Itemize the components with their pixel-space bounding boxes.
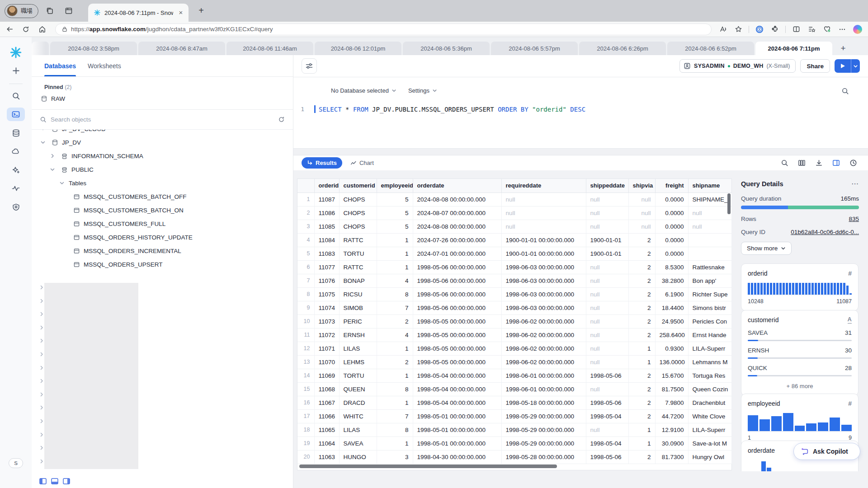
ask-copilot-button[interactable]: Ask Copilot: [793, 443, 860, 460]
new-worksheet-icon[interactable]: [7, 64, 25, 77]
tree-item-jp_dv[interactable]: JP_DV: [32, 136, 293, 149]
query-id-link[interactable]: 01b62a84-0c06-dd6c-0...: [791, 229, 859, 235]
column-stats-card-employeeid[interactable]: employeeid # 1 9: [741, 394, 859, 447]
query-duration-bar[interactable]: [741, 206, 859, 209]
query-details-menu-icon[interactable]: ⋯: [851, 179, 859, 188]
sql-editor[interactable]: No Database selected Settings 1: [293, 77, 868, 148]
layout-bottom-panel-icon[interactable]: [51, 477, 59, 485]
editor-search-icon[interactable]: [841, 87, 849, 95]
worksheet-tab-clipped[interactable]: [32, 42, 49, 55]
browser-profile-button[interactable]: 職場: [5, 4, 38, 18]
row-number-header[interactable]: [297, 179, 314, 192]
chevron-right-icon[interactable]: [39, 311, 45, 318]
chevron-down-icon[interactable]: [49, 167, 56, 172]
workspaces-icon[interactable]: [42, 3, 57, 19]
column-header-shippeddate[interactable]: shippeddate: [586, 179, 628, 192]
column-header-shipvia[interactable]: shipvia: [628, 179, 655, 192]
side-panel-toggle-icon[interactable]: [832, 159, 840, 167]
chevron-right-icon[interactable]: [39, 418, 45, 425]
column-header-requireddate[interactable]: requireddate: [501, 179, 586, 192]
chevron-right-icon[interactable]: [49, 153, 56, 159]
refresh-icon[interactable]: [19, 23, 33, 35]
tree-item-information_schema[interactable]: INFORMATION_SCHEMA: [32, 149, 293, 163]
password-manager-icon[interactable]: [753, 23, 766, 35]
tree-item-mssql_orders_history_update[interactable]: MSSQL_ORDERS_HISTORY_UPDATE: [32, 230, 293, 244]
layout-left-panel-icon[interactable]: [39, 477, 47, 485]
vertical-scrollbar[interactable]: [727, 193, 731, 214]
tree-item-mssql_customers_batch_off[interactable]: MSSQL_CUSTOMERS_BATCH_OFF: [32, 190, 293, 203]
chart-tab[interactable]: Chart: [350, 160, 374, 166]
favorite-star-icon[interactable]: [731, 23, 745, 35]
chevron-right-icon[interactable]: [39, 392, 45, 398]
table-row[interactable]: 111087CHOPS52024-08-08 00:00:00.000nulln…: [297, 192, 731, 206]
sidebar-tab-worksheets[interactable]: Worksheets: [88, 55, 121, 76]
table-row[interactable]: 2011063HUNGO31998-04-30 00:00:00.0001998…: [297, 450, 731, 464]
column-header-freight[interactable]: freight: [655, 179, 688, 192]
tree-item-mssql_orders_incremental[interactable]: MSSQL_ORDERS_INCREMENTAL: [32, 244, 293, 258]
show-more-button[interactable]: Show more: [741, 242, 792, 255]
table-row[interactable]: 1011073PERIC21998-05-05 00:00:00.0001998…: [297, 314, 731, 328]
read-aloud-icon[interactable]: [716, 23, 730, 35]
tree-item-public[interactable]: PUBLIC: [32, 163, 293, 176]
extensions-icon[interactable]: [768, 23, 782, 35]
table-row[interactable]: 1311070LEHMS21998-05-05 00:00:00.0001998…: [297, 355, 731, 369]
column-header-orderdate[interactable]: orderdate: [413, 179, 501, 192]
tab-actions-icon[interactable]: [61, 3, 76, 19]
chevron-down-icon[interactable]: [40, 130, 46, 131]
ai-ml-nav-icon[interactable]: [7, 163, 25, 177]
back-icon[interactable]: [3, 23, 16, 35]
column-header-orderid[interactable]: orderid: [314, 179, 339, 192]
results-tab[interactable]: Results: [302, 157, 342, 169]
favorites-bar-icon[interactable]: [805, 23, 818, 35]
table-row[interactable]: 211086CHOPS52024-08-07 00:00:00.000nulln…: [297, 206, 731, 220]
pane-resize-handle[interactable]: [293, 148, 868, 155]
tree-item-mssql_customers_full[interactable]: MSSQL_CUSTOMERS_FULL: [32, 217, 293, 230]
tree-item-tables[interactable]: Tables: [32, 176, 293, 190]
chevron-right-icon[interactable]: [39, 285, 45, 291]
table-row[interactable]: 411084RATTC12024-07-26 00:00:00.0001900-…: [297, 233, 731, 247]
refresh-objects-icon[interactable]: [278, 116, 285, 123]
query-history-icon[interactable]: [849, 159, 857, 167]
table-row[interactable]: 1811065LILAS81998-05-01 00:00:00.0001998…: [297, 423, 731, 436]
new-worksheet-tab-button[interactable]: +: [836, 42, 850, 55]
worksheet-tab[interactable]: 2024-08-06 11:46am: [226, 42, 313, 55]
table-row[interactable]: 611077RATTC11998-05-06 00:00:00.0001998-…: [297, 260, 731, 274]
database-selector[interactable]: No Database selected: [331, 87, 396, 94]
column-header-customerid[interactable]: customerid: [339, 179, 377, 192]
worksheet-tab[interactable]: 2024-08-06 6:52pm: [667, 42, 754, 55]
table-row[interactable]: 1211071LILAS11998-05-05 00:00:00.0001998…: [297, 342, 731, 355]
table-row[interactable]: 911074SIMOB71998-05-06 00:00:00.0001998-…: [297, 301, 731, 314]
copilot-icon[interactable]: [851, 23, 864, 35]
chevron-right-icon[interactable]: [39, 432, 45, 438]
table-row[interactable]: 1911064SAVEA11998-05-01 00:00:00.0001998…: [297, 436, 731, 450]
table-row[interactable]: 1611067DRACD11998-05-04 00:00:00.0001998…: [297, 396, 731, 409]
chevron-right-icon[interactable]: [39, 338, 45, 344]
chevron-right-icon[interactable]: [39, 325, 45, 331]
search-nav-icon[interactable]: [7, 89, 25, 103]
chevron-down-icon[interactable]: [40, 140, 46, 145]
run-options-caret[interactable]: [851, 59, 860, 73]
tree-item-mssql_orders_upsert[interactable]: MSSQL_ORDERS_UPSERT: [32, 258, 293, 271]
column-header-shipname[interactable]: shipname: [688, 179, 731, 192]
data-nav-icon[interactable]: [7, 126, 25, 140]
chevron-right-icon[interactable]: [39, 365, 45, 371]
columns-icon[interactable]: [798, 159, 806, 167]
worksheets-nav-icon[interactable]: [7, 108, 25, 121]
table-row[interactable]: 1111072ERNSH41998-05-05 00:00:00.0001998…: [297, 328, 731, 342]
chevron-right-icon[interactable]: [39, 298, 45, 305]
address-bar[interactable]: https://app.snowflake.com/jugdhon/cdata_…: [55, 23, 712, 35]
browser-tab[interactable]: 2024-08-06 7:11pm - Snowflak ×: [88, 4, 189, 22]
rows-value-link[interactable]: 835: [849, 216, 859, 222]
column-stats-card-customerid[interactable]: customerid A SAVEA31 ERNSH30 QUICK28 + 8…: [741, 310, 859, 396]
governance-nav-icon[interactable]: [7, 200, 25, 214]
table-row[interactable]: 1711066WHITC71998-05-01 00:00:00.0001998…: [297, 409, 731, 423]
tree-item-mssql_customers_batch_on[interactable]: MSSQL_CUSTOMERS_BATCH_ON: [32, 203, 293, 217]
sidebar-tab-databases[interactable]: Databases: [44, 55, 76, 76]
tree-item-jp_dv_cloud[interactable]: JP_DV_CLOUD: [32, 130, 293, 136]
chevron-down-icon[interactable]: [59, 180, 65, 186]
run-button[interactable]: [835, 59, 860, 73]
worksheet-tab[interactable]: 2024-08-06 7:11pm: [755, 42, 832, 55]
context-selector[interactable]: SYSADMIN DEMO_WH (X-Small): [679, 59, 796, 73]
browser-essentials-icon[interactable]: [820, 23, 834, 35]
table-row[interactable]: 711076BONAP41998-05-06 00:00:00.0001998-…: [297, 274, 731, 287]
